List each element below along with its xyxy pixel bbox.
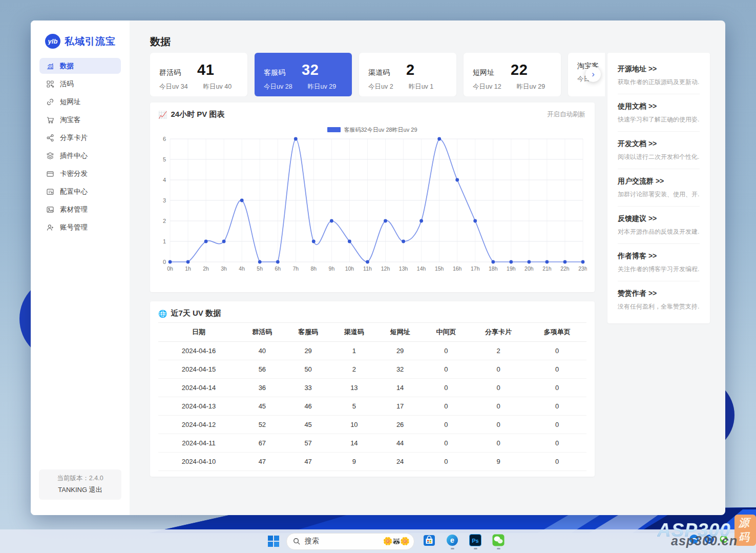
sidebar-item-5[interactable]: 插件中心 bbox=[39, 148, 121, 163]
sidebar-item-6[interactable]: 卡密分发 bbox=[39, 166, 121, 181]
resource-link-title[interactable]: 开源地址 >> bbox=[618, 65, 700, 74]
resource-link-5: 作者博客 >>关注作者的博客学习开发编程... bbox=[618, 244, 700, 281]
sidebar-item-8[interactable]: 素材管理 bbox=[39, 201, 121, 217]
table-cell: 17 bbox=[377, 397, 423, 416]
photoshop-icon: Ps bbox=[469, 534, 482, 547]
svg-text:e: e bbox=[450, 536, 454, 544]
resource-link-desc: 获取作者的正版源码及更新动... bbox=[618, 78, 700, 87]
svg-text:Ps: Ps bbox=[472, 537, 478, 543]
table-column-header: 渠道码 bbox=[331, 323, 377, 342]
stat-card-value: 22 bbox=[511, 62, 528, 78]
resource-link-title[interactable]: 反馈建议 >> bbox=[618, 214, 700, 223]
stat-card-1[interactable]: 客服码32今日uv 28昨日uv 29 bbox=[255, 53, 352, 96]
settings-card-icon bbox=[46, 188, 54, 196]
page-title: 数据 bbox=[150, 35, 171, 49]
table-row: 2024-04-1167571444000 bbox=[158, 434, 586, 453]
table-cell: 0 bbox=[528, 397, 586, 416]
table-cell: 2024-04-12 bbox=[158, 416, 239, 434]
resource-link-desc: 没有任何盈利，全靠赞赏支持... bbox=[618, 302, 700, 311]
sidebar-item-0[interactable]: 数据 bbox=[39, 58, 121, 74]
table-cell: 14 bbox=[377, 379, 423, 397]
table-cell: 0 bbox=[528, 342, 586, 360]
stat-card-today-uv: 今日uv 34 bbox=[159, 83, 188, 91]
sidebar-item-label: 分享卡片 bbox=[60, 133, 88, 142]
app-window: ylb 私域引流宝 数据活码短网址淘宝客分享卡片插件中心卡密分发配置中心素材管理… bbox=[31, 21, 725, 515]
resource-link-title[interactable]: 使用文档 >> bbox=[618, 102, 700, 111]
search-label: 搜索 bbox=[305, 537, 379, 546]
table-column-header: 客服码 bbox=[285, 323, 331, 342]
sidebar-item-2[interactable]: 短网址 bbox=[39, 94, 121, 110]
app-logo: ylb 私域引流宝 bbox=[31, 21, 130, 49]
watermark-domain: asp300.cn bbox=[671, 534, 738, 548]
taskbar-app-edge[interactable]: e bbox=[444, 534, 460, 549]
logout-link[interactable]: 退出 bbox=[89, 486, 102, 494]
sidebar-item-1[interactable]: 活码 bbox=[39, 76, 121, 92]
sidebar-item-label: 插件中心 bbox=[60, 151, 88, 160]
table-cell: 0 bbox=[528, 360, 586, 379]
table-cell: 9 bbox=[469, 453, 528, 471]
stat-card-0[interactable]: 群活码41今日uv 34昨日uv 40 bbox=[150, 53, 247, 96]
uv-table-panel: 🌐 近7天 UV 数据 日期群活码客服码渠道码短网址中间页分享卡片多项单页202… bbox=[150, 301, 595, 477]
taskbar-app-store[interactable] bbox=[421, 534, 437, 549]
svg-text:17h: 17h bbox=[471, 265, 480, 272]
stat-card-3[interactable]: 短网址22今日uv 12昨日uv 29 bbox=[464, 53, 561, 96]
auto-refresh-toggle[interactable]: 开启自动刷新 bbox=[547, 110, 585, 119]
table-cell: 0 bbox=[469, 379, 528, 397]
svg-text:13h: 13h bbox=[399, 265, 408, 272]
svg-text:4: 4 bbox=[163, 177, 166, 183]
resource-link-title[interactable]: 赞赏作者 >> bbox=[618, 289, 700, 298]
stat-card-today-uv: 今日uv 2 bbox=[368, 83, 393, 91]
stat-card-value: 41 bbox=[197, 62, 214, 78]
sidebar-item-7[interactable]: 配置中心 bbox=[39, 183, 121, 199]
stat-card-today-uv: 今日uv 28 bbox=[264, 83, 292, 91]
table-cell: 5 bbox=[331, 397, 377, 416]
table-column-header: 日期 bbox=[158, 323, 239, 342]
table-cell: 0 bbox=[423, 453, 469, 471]
svg-text:3: 3 bbox=[163, 197, 166, 203]
layers-icon bbox=[46, 152, 54, 160]
svg-text:8h: 8h bbox=[311, 265, 317, 272]
svg-text:3h: 3h bbox=[221, 265, 227, 272]
sidebar-item-3[interactable]: 淘宝客 bbox=[39, 112, 121, 128]
resource-link-title[interactable]: 用户交流群 >> bbox=[618, 177, 700, 186]
svg-text:22h: 22h bbox=[560, 265, 570, 272]
sidebar-item-4[interactable]: 分享卡片 bbox=[39, 130, 121, 146]
image-icon bbox=[46, 206, 54, 214]
logo-icon: ylb bbox=[45, 34, 60, 49]
taskbar-app-photoshop[interactable]: Ps bbox=[467, 534, 484, 549]
logo-text: 私域引流宝 bbox=[65, 35, 116, 48]
resource-link-title[interactable]: 开发文档 >> bbox=[618, 139, 700, 149]
resource-link-title[interactable]: 作者博客 >> bbox=[618, 252, 700, 261]
svg-text:6h: 6h bbox=[275, 265, 281, 272]
chart-panel: 📈 24小时 PV 图表 开启自动刷新 客服码32今日uv 28昨日uv 29 … bbox=[150, 103, 595, 292]
resource-links-panel: 开源地址 >>获取作者的正版源码及更新动...使用文档 >>快速学习和了解正确的… bbox=[607, 53, 710, 323]
sidebar-nav: 数据活码短网址淘宝客分享卡片插件中心卡密分发配置中心素材管理账号管理 bbox=[31, 58, 130, 235]
table-cell: 0 bbox=[423, 397, 469, 416]
stat-card-label: 渠道码 bbox=[368, 68, 390, 77]
svg-text:2: 2 bbox=[163, 218, 166, 224]
carousel-next-button[interactable]: › bbox=[585, 67, 601, 82]
stat-card-yesterday-uv: 昨日uv 40 bbox=[203, 83, 232, 91]
taskbar-search[interactable]: 搜索 🌼🦝🌼 bbox=[286, 533, 414, 550]
table-cell: 9 bbox=[331, 453, 377, 471]
table-cell: 0 bbox=[423, 434, 469, 453]
table-cell: 24 bbox=[377, 453, 423, 471]
table-row: 2024-04-104747924090 bbox=[158, 453, 586, 471]
svg-text:0: 0 bbox=[163, 259, 166, 265]
stat-card-value: 2 bbox=[406, 62, 415, 78]
table-cell: 36 bbox=[239, 379, 285, 397]
table-cell: 10 bbox=[331, 416, 377, 434]
table-cell: 47 bbox=[239, 453, 285, 471]
stat-card-label: 短网址 bbox=[473, 68, 494, 77]
username: TANKING bbox=[58, 486, 87, 494]
stat-card-2[interactable]: 渠道码2今日uv 2昨日uv 1 bbox=[359, 53, 456, 96]
table-cell: 0 bbox=[423, 342, 469, 360]
sidebar-item-9[interactable]: 账号管理 bbox=[39, 219, 121, 235]
taskbar-app-wechat[interactable] bbox=[490, 534, 507, 549]
table-row: 2024-04-134546517000 bbox=[158, 397, 586, 416]
table-cell: 44 bbox=[377, 434, 423, 453]
table-cell: 56 bbox=[239, 360, 285, 379]
table-cell: 2 bbox=[331, 360, 377, 379]
start-button[interactable] bbox=[267, 535, 280, 547]
table-cell: 0 bbox=[528, 453, 586, 471]
